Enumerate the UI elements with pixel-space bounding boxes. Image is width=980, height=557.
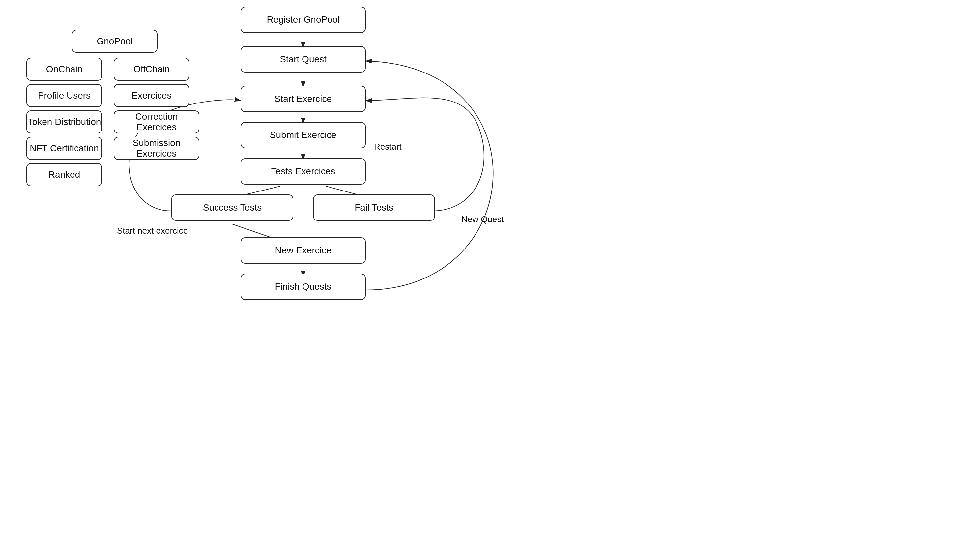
- node-submit-exercice: Submit Exercice: [241, 122, 366, 148]
- label-new-quest: New Quest: [462, 214, 504, 225]
- node-token-distribution: Token Distribution: [26, 111, 102, 134]
- node-register-gnopool: Register GnoPool: [241, 7, 366, 33]
- node-nft-certification: NFT Certification: [26, 137, 102, 160]
- node-submission-exercices: Submission Exercices: [114, 137, 199, 160]
- diagram-container: GnoPool OnChain Profile Users Token Dist…: [0, 0, 980, 557]
- node-tests-exercices: Tests Exercices: [241, 158, 366, 184]
- node-success-tests: Success Tests: [171, 194, 293, 221]
- node-fail-tests: Fail Tests: [313, 194, 435, 221]
- node-profile-users: Profile Users: [26, 84, 102, 107]
- node-finish-quests: Finish Quests: [241, 274, 366, 300]
- node-offchain: OffChain: [114, 58, 190, 81]
- label-start-next-exercice: Start next exercice: [117, 226, 188, 236]
- label-restart: Restart: [374, 142, 402, 152]
- node-start-exercice: Start Exercice: [241, 86, 366, 112]
- node-gnopool: GnoPool: [72, 30, 158, 53]
- node-exercices: Exercices: [114, 84, 190, 107]
- node-ranked: Ranked: [26, 163, 102, 186]
- node-start-quest: Start Quest: [241, 46, 366, 73]
- node-correction-exercices: Correction Exercices: [114, 111, 199, 134]
- arrows-svg: [0, 0, 980, 557]
- node-new-exercice: New Exercice: [241, 237, 366, 264]
- node-onchain: OnChain: [26, 58, 102, 81]
